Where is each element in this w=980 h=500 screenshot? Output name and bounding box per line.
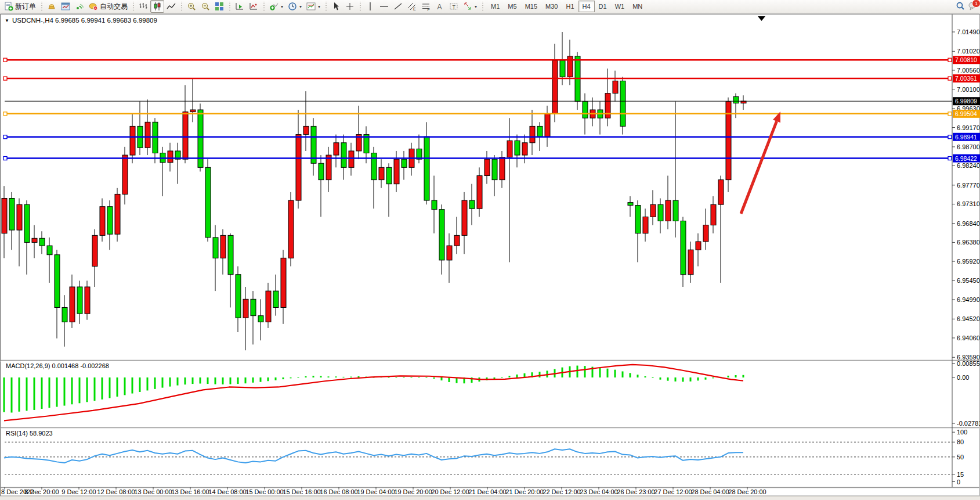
macd-histogram-bar [11,377,13,412]
autotrading-button[interactable]: 自动交易 [86,0,130,13]
chart-window-border [1,14,979,496]
arrows-button[interactable]: ▾ [461,0,479,13]
trend-arrow-annotation[interactable] [741,121,777,214]
macd-histogram-bar [26,377,28,411]
cursor-button[interactable] [329,0,343,13]
line-handle[interactable] [948,135,952,139]
toolbar-separator [228,2,231,11]
candle-up [168,151,173,163]
collapse-icon[interactable]: ▼ [5,18,9,23]
candle-up [85,287,90,314]
periods-button[interactable]: ▾ [285,0,304,13]
candlestick-chart-button[interactable] [150,0,164,13]
macd-histogram-bar [79,377,81,403]
bar-chart-button[interactable] [136,0,150,13]
candle-up [100,207,105,236]
macd-histogram-bar [675,377,677,382]
text-label-button[interactable]: T [447,0,461,13]
candle-up [281,258,286,307]
macd-histogram-bar [388,377,390,378]
macd-histogram-bar [298,377,299,377]
line-handle[interactable] [948,77,952,80]
line-handle[interactable] [948,112,952,116]
candle-down [62,307,67,322]
macd-histogram-bar [245,377,247,383]
timeframe-m15[interactable]: M15 [521,1,541,12]
line-handle[interactable] [3,135,7,139]
trendline-button[interactable] [391,0,405,13]
candle-down [469,200,475,208]
macd-histogram-bar [192,377,194,384]
timeframe-mn[interactable]: MN [628,1,646,12]
candle-up [447,246,452,260]
candle-up [696,242,701,250]
candle-up [130,126,135,155]
timeframe-h1[interactable]: H1 [562,1,578,12]
open-chart-button[interactable] [59,0,73,13]
date-axis-label: 13 Dec 00:00 [134,488,172,495]
autotrade-icon [89,2,98,11]
chart-canvas[interactable]: 7.014907.010207.005607.001006.996306.991… [0,0,980,500]
line-handle[interactable] [3,112,7,116]
macd-histogram-bar [94,377,96,401]
channel-button[interactable]: E [405,0,419,13]
candle-up [17,204,22,230]
chat-button[interactable]: 1 [968,1,978,13]
main-toolbar: 新订单自动交易▾▾▾EFAT▾M1M5M15M30H1H4D1W1MN1 [0,0,980,13]
search-button[interactable] [956,1,965,13]
add-indicator-button[interactable]: ▾ [267,0,285,13]
timeframe-h4[interactable]: H4 [578,1,595,12]
date-axis-label: 9 Dec 12:00 [62,488,96,495]
crosshair-button[interactable] [343,0,357,13]
macd-histogram-bar [169,377,171,387]
candle-down [213,238,218,258]
price-axis-label: 6.94990 [957,296,980,303]
timeframe-w1[interactable]: W1 [611,1,629,12]
chevron-down-icon[interactable]: ▾ [299,4,302,9]
candle-up [349,151,354,167]
zoom-out-button[interactable] [198,0,212,13]
signals-button[interactable] [73,0,86,13]
date-axis-label: 27 Dec 12:00 [654,488,692,495]
line-handle[interactable] [3,157,7,160]
timeframe-m30[interactable]: M30 [541,1,562,12]
chevron-down-icon[interactable]: ▾ [475,4,477,9]
timeframe-m1[interactable]: M1 [487,1,504,12]
macd-histogram-bar [630,373,631,377]
horizontal-line-button[interactable] [377,0,391,13]
line-chart-button[interactable] [164,0,178,13]
text-button[interactable]: A [433,0,447,13]
timeframe-m5[interactable]: M5 [504,1,520,12]
chevron-down-icon[interactable]: ▾ [318,4,320,9]
line-handle[interactable] [3,77,7,80]
chart-shift-button[interactable] [233,0,247,13]
tile-windows-button[interactable] [212,0,226,13]
candle-down [251,299,256,315]
timeframe-d1[interactable]: D1 [595,1,611,12]
chevron-down-icon[interactable]: ▾ [281,4,283,9]
new-order-button[interactable]: 新订单 [2,0,38,13]
line-handle[interactable] [3,58,7,62]
macd-histogram-bar [660,377,661,380]
fibonacci-button[interactable]: F [419,0,433,13]
zoom-in-button[interactable] [185,0,198,13]
vertical-line-button[interactable] [363,0,377,13]
line-handle[interactable] [948,58,952,62]
signal-icon [75,2,84,11]
line-handle[interactable] [948,157,952,160]
macd-axis-label: -0.027813 [957,420,980,427]
price-axis-label: 7.00100 [957,86,980,93]
autoscroll-icon [249,2,258,11]
candle-up [650,204,656,217]
templates-button[interactable]: ▾ [304,0,323,13]
gold-button[interactable] [45,0,59,13]
date-axis-label: 23 Dec 04:00 [580,488,617,495]
hline-icon [379,2,389,11]
date-axis-label: 20 Dec 12:00 [431,488,469,495]
candle-up [394,159,399,184]
chart-popup-icon [61,2,70,11]
auto-scroll-button[interactable] [247,0,261,13]
scroll-marker-icon[interactable] [758,16,765,21]
macd-histogram-bar [743,375,744,377]
candle-down [205,167,211,238]
